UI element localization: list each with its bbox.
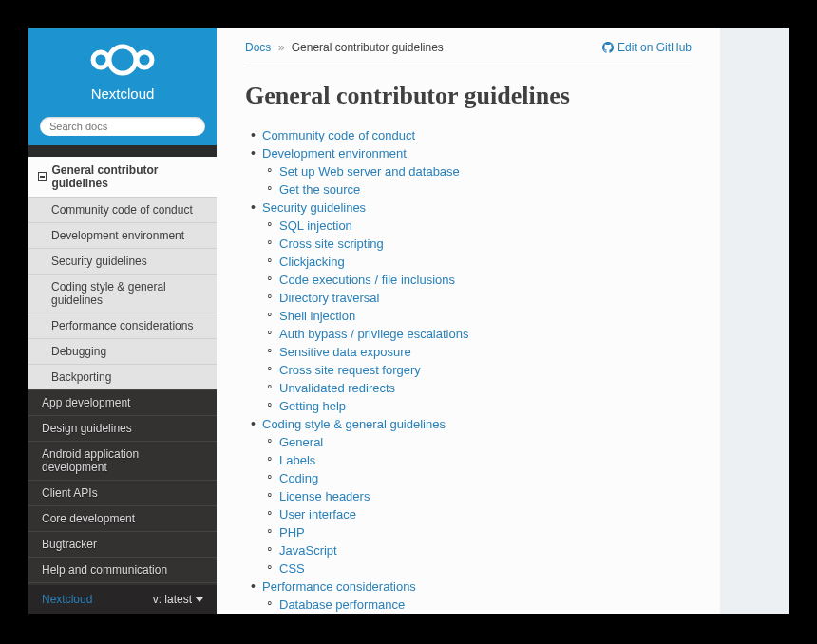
toc-sub-link[interactable]: JavaScript bbox=[279, 543, 337, 558]
toc-link[interactable]: Development environment bbox=[262, 146, 407, 161]
toc-sub-item: Unvalidated redirects bbox=[262, 380, 692, 395]
search-input[interactable] bbox=[40, 117, 205, 136]
toc-sub-link[interactable]: CSS bbox=[279, 561, 305, 576]
toc-sub-item: Cross site request forgery bbox=[262, 362, 692, 377]
toc-sub-item: Cross site scripting bbox=[262, 236, 692, 251]
version-bar[interactable]: Nextcloud v: latest bbox=[28, 585, 217, 614]
nav-current-header[interactable]: General contributor guidelines bbox=[28, 157, 217, 197]
toc-sub-item: Sensitive data exposure bbox=[262, 344, 692, 359]
toc-sub-item: SQL injection bbox=[262, 218, 692, 233]
breadcrumb: Docs » General contributor guidelines bbox=[245, 41, 444, 54]
toc-sub-item: Auth bypass / privilege escalations bbox=[262, 326, 692, 341]
collapse-icon bbox=[38, 172, 47, 181]
edit-on-github-link[interactable]: Edit on GitHub bbox=[602, 41, 692, 54]
nav-sub-item[interactable]: Debugging bbox=[28, 338, 217, 364]
toc-sub-item: JavaScript bbox=[262, 542, 692, 558]
search-wrap bbox=[28, 111, 217, 145]
nav-sub-item[interactable]: Backporting bbox=[28, 364, 217, 389]
version-project-link[interactable]: Nextcloud bbox=[42, 593, 92, 606]
toc-sub-link[interactable]: SQL injection bbox=[279, 218, 352, 233]
toc-sub-link[interactable]: Unvalidated redirects bbox=[279, 381, 395, 395]
breadcrumb-root[interactable]: Docs bbox=[245, 41, 271, 54]
breadcrumb-sep: » bbox=[278, 41, 285, 54]
svg-point-0 bbox=[93, 52, 108, 67]
toc-sub-item: Labels bbox=[262, 452, 692, 467]
toc-sub-item: Clickjacking bbox=[262, 254, 692, 269]
nav-sub-item[interactable]: Community code of conduct bbox=[28, 197, 217, 222]
nav-item[interactable]: App development bbox=[28, 389, 217, 415]
toc-sub-link[interactable]: Auth bypass / privilege escalations bbox=[279, 327, 468, 341]
toc-sub-link[interactable]: Labels bbox=[279, 453, 315, 467]
toc-item: Development environmentSet up Web server… bbox=[245, 145, 692, 197]
breadcrumb-divider bbox=[245, 66, 692, 66]
toc-item: Community code of conduct bbox=[245, 127, 692, 142]
toc-item: Security guidelinesSQL injectionCross si… bbox=[245, 199, 692, 413]
toc-sub-item: License headers bbox=[262, 488, 692, 503]
nav-item[interactable]: Help and communication bbox=[28, 557, 217, 582]
right-gutter bbox=[720, 28, 788, 614]
toc-sub-link[interactable]: Cross site request forgery bbox=[279, 363, 421, 377]
brand-logo[interactable] bbox=[43, 39, 202, 84]
toc-sub-item: Directory traversal bbox=[262, 290, 692, 305]
version-selector[interactable]: v: latest bbox=[153, 593, 203, 606]
toc-sub-item: Database performance bbox=[262, 597, 692, 612]
toc-sub-link[interactable]: Sensitive data exposure bbox=[279, 345, 411, 359]
breadcrumb-current: General contributor guidelines bbox=[292, 41, 444, 54]
nav: General contributor guidelines Community… bbox=[28, 157, 217, 585]
nav-sub-item[interactable]: Development environment bbox=[28, 222, 217, 248]
toc-sub-link[interactable]: Clickjacking bbox=[279, 255, 345, 269]
nav-sub-item[interactable]: Coding style & general guidelines bbox=[28, 274, 217, 313]
toc-sub-item: User interface bbox=[262, 506, 692, 521]
toc-sub-link[interactable]: Directory traversal bbox=[279, 291, 379, 305]
nav-item[interactable]: Client APIs bbox=[28, 480, 217, 505]
toc-link[interactable]: Coding style & general guidelines bbox=[262, 417, 446, 431]
toc-item: Coding style & general guidelinesGeneral… bbox=[245, 416, 692, 576]
nav-main-list: App developmentDesign guidelinesAndroid … bbox=[28, 389, 217, 585]
github-icon bbox=[602, 42, 614, 53]
toc-sub-link[interactable]: PHP bbox=[279, 525, 305, 540]
nav-item[interactable]: Bugtracker bbox=[28, 531, 217, 557]
toc-sub-link[interactable]: Cross site scripting bbox=[279, 237, 384, 251]
page-title: General contributor guidelines bbox=[245, 82, 692, 110]
edit-link-text: Edit on GitHub bbox=[618, 41, 692, 54]
toc-sub-item: Code executions / file inclusions bbox=[262, 272, 692, 287]
toc-link[interactable]: Performance considerations bbox=[262, 579, 416, 594]
nav-item[interactable]: Core development bbox=[28, 505, 217, 531]
toc: Community code of conductDevelopment env… bbox=[245, 127, 692, 614]
nav-item[interactable]: Android application development bbox=[28, 441, 217, 480]
svg-point-1 bbox=[109, 47, 136, 73]
toc-sub-item: Set up Web server and database bbox=[262, 163, 692, 179]
toc-sub-item: Coding bbox=[262, 470, 692, 485]
breadcrumb-row: Docs » General contributor guidelines Ed… bbox=[245, 28, 692, 60]
sidebar-header: Nextcloud bbox=[28, 28, 217, 111]
toc-sub-item: Getting help bbox=[262, 398, 692, 413]
sidebar-divider bbox=[28, 145, 217, 157]
caret-down-icon bbox=[196, 597, 203, 602]
toc-sub-link[interactable]: Coding bbox=[279, 471, 318, 485]
toc-sub-link[interactable]: General bbox=[279, 435, 323, 449]
nav-current-section: General contributor guidelines Community… bbox=[28, 157, 217, 389]
nav-sub-item[interactable]: Security guidelines bbox=[28, 248, 217, 274]
toc-sub-link[interactable]: Shell injection bbox=[279, 309, 355, 323]
nav-sub-list: Community code of conductDevelopment env… bbox=[28, 197, 217, 389]
toc-sub-item: General bbox=[262, 434, 692, 449]
main-content: Docs » General contributor guidelines Ed… bbox=[217, 28, 720, 614]
toc-sub-link[interactable]: Database performance bbox=[279, 597, 405, 612]
toc-sub-item: Shell injection bbox=[262, 308, 692, 323]
toc-link[interactable]: Community code of conduct bbox=[262, 128, 415, 142]
nav-sub-item[interactable]: Performance considerations bbox=[28, 313, 217, 338]
toc-sub-link[interactable]: License headers bbox=[279, 489, 370, 503]
toc-sub-item: Get the source bbox=[262, 181, 692, 197]
toc-sub-link[interactable]: Set up Web server and database bbox=[279, 164, 460, 179]
toc-link[interactable]: Security guidelines bbox=[262, 200, 366, 215]
toc-sub-item: CSS bbox=[262, 560, 692, 576]
nav-item[interactable]: Design guidelines bbox=[28, 415, 217, 441]
sidebar: Nextcloud General contributor guidelines… bbox=[28, 28, 217, 614]
brand-name: Nextcloud bbox=[43, 85, 202, 102]
toc-sub-link[interactable]: Getting help bbox=[279, 399, 346, 413]
nav-current-label: General contributor guidelines bbox=[51, 163, 207, 190]
toc-sub-link[interactable]: Code executions / file inclusions bbox=[279, 273, 455, 287]
toc-sub-link[interactable]: Get the source bbox=[279, 182, 360, 197]
toc-item: Performance considerationsDatabase perfo… bbox=[245, 578, 692, 614]
toc-sub-link[interactable]: User interface bbox=[279, 507, 356, 521]
